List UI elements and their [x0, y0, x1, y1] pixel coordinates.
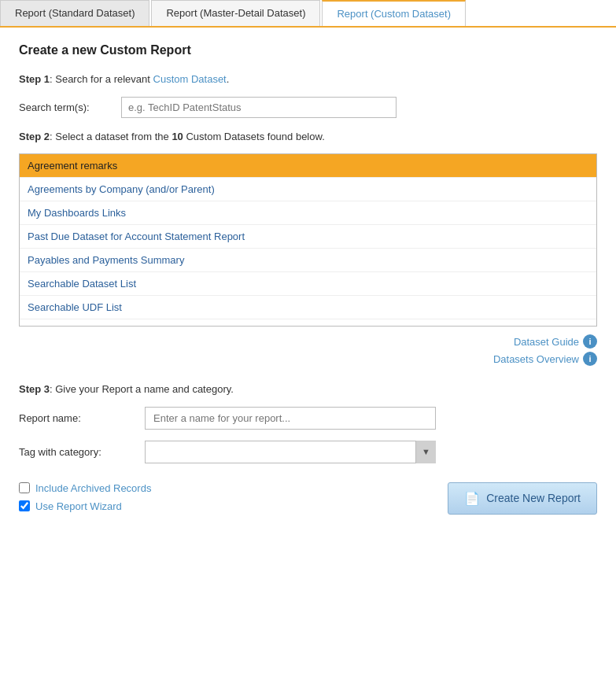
- category-select[interactable]: [145, 441, 436, 463]
- list-item[interactable]: Tech Patent, Agmt, IR: [20, 319, 596, 326]
- include-archived-label: Include Archived Records: [35, 482, 151, 494]
- step2-label: Step 2: Select a dataset from the 10 Cus…: [19, 129, 597, 145]
- step1-label: Step 1: Search for a relevant Custom Dat…: [19, 72, 597, 87]
- tab-standard[interactable]: Report (Standard Dataset): [0, 0, 149, 26]
- step2-number: Step 2: [19, 131, 50, 142]
- dataset-guide-link[interactable]: Dataset Guide i: [19, 334, 597, 349]
- step3-section: Step 3: Give your Report a name and cate…: [19, 382, 597, 463]
- list-item[interactable]: Searchable UDF List: [20, 296, 596, 319]
- include-archived-checkbox[interactable]: [19, 482, 30, 493]
- dataset-guide-icon[interactable]: i: [583, 334, 597, 349]
- info-links: Dataset Guide i Datasets Overview i: [19, 334, 597, 366]
- page-title: Create a new Custom Report: [19, 43, 597, 57]
- create-report-button[interactable]: 📄 Create New Report: [448, 482, 597, 515]
- step3-number: Step 3: [19, 383, 50, 395]
- use-wizard-checkbox[interactable]: [19, 500, 30, 511]
- search-label: Search term(s):: [19, 101, 121, 113]
- tab-master-detail[interactable]: Report (Master-Detail Dataset): [151, 0, 320, 26]
- bottom-section: Include Archived Records Use Report Wiza…: [19, 482, 597, 515]
- create-report-icon: 📄: [464, 491, 480, 506]
- report-name-row: Report name:: [19, 407, 597, 430]
- include-archived-row[interactable]: Include Archived Records: [19, 482, 151, 494]
- list-item[interactable]: Agreement remarks: [20, 154, 596, 178]
- checkboxes-col: Include Archived Records Use Report Wiza…: [19, 482, 151, 512]
- step3-label: Step 3: Give your Report a name and cate…: [19, 382, 597, 397]
- use-wizard-row[interactable]: Use Report Wizard: [19, 500, 151, 512]
- list-item[interactable]: Past Due Dataset for Account Statement R…: [20, 225, 596, 249]
- dataset-list-wrapper: Agreement remarksAgreements by Company (…: [19, 153, 597, 327]
- tag-category-row: Tag with category: ▼: [19, 441, 597, 463]
- tabs-bar: Report (Standard Dataset) Report (Master…: [0, 0, 616, 28]
- step1-number: Step 1: [19, 73, 50, 85]
- tag-category-label: Tag with category:: [19, 446, 145, 458]
- dataset-count: 10: [172, 131, 183, 142]
- step1-link[interactable]: Custom Dataset: [153, 73, 227, 85]
- datasets-overview-icon[interactable]: i: [583, 352, 597, 366]
- main-content: Create a new Custom Report Step 1: Searc…: [0, 28, 616, 530]
- datasets-overview-link[interactable]: Datasets Overview i: [19, 352, 597, 366]
- list-item[interactable]: Searchable Dataset List: [20, 272, 596, 296]
- list-item[interactable]: My Dashboards Links: [20, 201, 596, 225]
- report-name-input[interactable]: [145, 407, 436, 430]
- report-name-label: Report name:: [19, 412, 145, 424]
- list-item[interactable]: Agreements by Company (and/or Parent): [20, 178, 596, 201]
- use-wizard-label: Use Report Wizard: [35, 500, 122, 512]
- search-input[interactable]: [121, 97, 397, 118]
- tab-custom[interactable]: Report (Custom Dataset): [322, 0, 466, 26]
- datasets-overview-label: Datasets Overview: [493, 353, 579, 365]
- create-report-label: Create New Report: [486, 492, 581, 504]
- list-item[interactable]: Payables and Payments Summary: [20, 249, 596, 272]
- category-select-wrapper: ▼: [145, 441, 436, 463]
- search-row: Search term(s):: [19, 97, 597, 118]
- dataset-guide-label: Dataset Guide: [514, 336, 579, 348]
- dataset-list[interactable]: Agreement remarksAgreements by Company (…: [20, 154, 596, 326]
